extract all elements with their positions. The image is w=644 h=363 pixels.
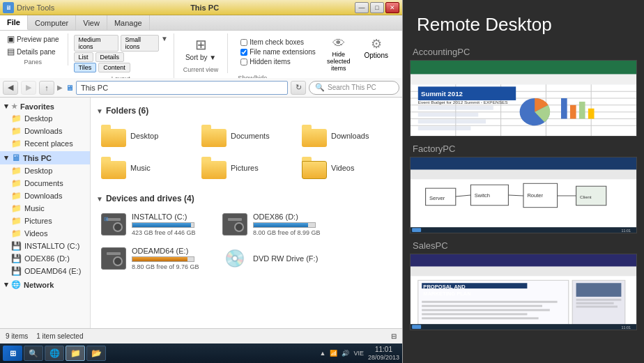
folders-section-header: ▼ Folders (6) xyxy=(96,106,397,116)
file-extensions-toggle[interactable]: File name extensions xyxy=(238,47,319,56)
start-button[interactable]: ⊞ xyxy=(3,346,22,361)
hidden-items-toggle[interactable]: Hidden items xyxy=(238,57,319,66)
taskbar-volume-icon: 🔊 xyxy=(342,350,349,357)
svg-rect-20 xyxy=(588,109,595,119)
drives-collapse-arrow[interactable]: ▼ xyxy=(96,195,103,203)
folder-music[interactable]: Music xyxy=(96,153,194,183)
file-extensions-input[interactable] xyxy=(240,49,247,56)
back-button[interactable]: ◀ xyxy=(3,81,18,95)
tiles-button[interactable]: Tiles xyxy=(74,63,97,72)
small-icons-button[interactable]: Small icons xyxy=(121,35,159,52)
up-button[interactable]: ↑ xyxy=(39,81,54,95)
medium-icons-button[interactable]: Medium icons xyxy=(74,35,118,52)
svg-rect-19 xyxy=(579,102,585,119)
drive-odex86-info: ODEX86 (D:) 8.00 GB free of 8.99 GB xyxy=(253,213,321,236)
preview-pane-button[interactable]: ▣ Preview pane xyxy=(4,33,62,45)
sort-by-button[interactable]: Sort by ▼ xyxy=(183,53,219,62)
item-checkboxes-toggle[interactable]: Item check boxes xyxy=(238,38,319,47)
sidebar-item-downloads[interactable]: 📁 Downloads xyxy=(0,125,90,137)
computer-icon: 🖥 xyxy=(11,153,20,163)
forward-button[interactable]: ▶ xyxy=(21,81,36,95)
hide-selected-button[interactable]: 👁 Hide selecteditems xyxy=(324,35,353,73)
sidebar-documents-label: Documents xyxy=(24,179,63,187)
svg-text:PROPOSAL AND: PROPOSAL AND xyxy=(423,284,465,290)
ribbon-content: ▣ Preview pane ▤ Details pane Panes Medi… xyxy=(0,31,402,78)
options-button[interactable]: ⚙ Options xyxy=(359,35,394,61)
sidebar-desktop-label: Desktop xyxy=(24,114,52,123)
rd-item-accounting[interactable]: AccountingPC Summit xyxy=(410,47,637,137)
list-button[interactable]: List xyxy=(74,52,93,62)
svg-text:MARKETING PLAN: MARKETING PLAN xyxy=(423,291,470,297)
main-content: ▾ ★ Favorites 📁 Desktop 📁 Downloads 📁 Re… xyxy=(0,98,402,328)
folder-icon: 📁 xyxy=(11,203,22,213)
drive-odeamd64[interactable]: ODEAMD64 (E:) 8.80 GB free of 9.76 GB xyxy=(96,242,215,275)
content-button[interactable]: Content xyxy=(98,63,130,72)
svg-text:11:01: 11:01 xyxy=(621,325,631,330)
thispc-expand-arrow: ▾ xyxy=(4,153,8,162)
details-button[interactable]: Details xyxy=(95,52,125,62)
refresh-button[interactable]: ↻ xyxy=(291,81,306,95)
folder-desktop[interactable]: Desktop xyxy=(96,121,194,150)
sidebar-desktop2-label: Desktop xyxy=(24,167,52,175)
sidebar-favorites-header[interactable]: ▾ ★ Favorites xyxy=(0,100,90,112)
taskbar-explorer-button[interactable]: 📁 xyxy=(66,346,85,361)
drive-odeamd64-space: 8.80 GB free of 9.76 GB xyxy=(132,263,199,270)
search-box[interactable]: 🔍 Search This PC xyxy=(309,81,399,95)
app-icon: 🖥 xyxy=(3,2,14,13)
view-icons-toggle[interactable]: ⊟ xyxy=(391,332,397,340)
sidebar-item-recent[interactable]: 📁 Recent places xyxy=(0,137,90,150)
sidebar-item-desktop[interactable]: 📁 Desktop xyxy=(0,112,90,125)
sidebar-item-odex86[interactable]: 💾 ODEX86 (D:) xyxy=(0,252,90,265)
drive-installto[interactable]: ⊞ INSTALLTO (C:) 423 GB free of 446 GB xyxy=(96,209,215,240)
taskbar-time: 11:01 xyxy=(368,345,399,354)
close-button[interactable]: ✕ xyxy=(385,2,399,13)
folder-downloads[interactable]: Downloads xyxy=(297,121,394,150)
svg-rect-1 xyxy=(411,61,636,75)
sidebar-item-installto[interactable]: 💾 INSTALLTO (C:) xyxy=(0,240,90,252)
sidebar-item-videos[interactable]: 📁 Videos xyxy=(0,227,90,240)
item-checkboxes-input[interactable] xyxy=(240,39,247,46)
drives-header-text: Devices and drives (4) xyxy=(106,194,194,203)
svg-rect-52 xyxy=(422,301,557,303)
taskbar-network-icon: 📶 xyxy=(330,350,337,357)
svg-rect-2 xyxy=(411,75,636,85)
sidebar-item-odeamd64[interactable]: 💾 ODEAMD64 (E:) xyxy=(0,265,90,277)
search-icon: 🔍 xyxy=(315,83,325,92)
rd-item-sales[interactable]: SalesPC PROPOSAL AND MARKETING PLAN xyxy=(410,240,637,330)
sidebar-music-label: Music xyxy=(24,204,45,213)
drive-odex86[interactable]: ODEX86 (D:) 8.00 GB free of 8.99 GB xyxy=(217,209,336,240)
svg-text:Summit 2012: Summit 2012 xyxy=(421,91,463,98)
folders-collapse-arrow[interactable]: ▼ xyxy=(96,107,103,115)
sidebar-item-documents[interactable]: 📁 Documents xyxy=(0,177,90,190)
hidden-items-input[interactable] xyxy=(240,59,247,65)
svg-rect-45 xyxy=(411,254,636,267)
taskbar-ie-button[interactable]: 🌐 xyxy=(45,346,64,361)
tab-computer[interactable]: Computer xyxy=(28,15,76,30)
drive-odeamd64-name: ODEAMD64 (E:) xyxy=(132,247,199,255)
taskbar-folder2-button[interactable]: 📂 xyxy=(86,346,106,361)
taskbar-date: 28/09/2013 xyxy=(368,354,399,362)
taskbar-clock[interactable]: 11:01 28/09/2013 xyxy=(368,345,399,362)
network-expand-arrow: ▾ xyxy=(4,280,8,289)
rd-item-factory[interactable]: FactoryPC Server Switch Router Client xyxy=(410,144,637,233)
sidebar-item-desktop2[interactable]: 📁 Desktop xyxy=(0,164,90,177)
drive-odeamd64-bar xyxy=(132,257,187,261)
svg-text:Event Budget for 2012 Summit -: Event Budget for 2012 Summit - EXPENSES xyxy=(418,100,508,105)
details-pane-button[interactable]: ▤ Details pane xyxy=(4,46,62,57)
address-path-display[interactable]: This PC xyxy=(76,81,288,95)
tab-file[interactable]: File xyxy=(0,15,28,30)
maximize-button[interactable]: □ xyxy=(370,2,384,13)
sidebar-thispc-header[interactable]: ▾ 🖥 This PC xyxy=(0,151,90,164)
sidebar-network-header[interactable]: ▾ 🌐 Network xyxy=(0,279,90,291)
sidebar-item-downloads2[interactable]: 📁 Downloads xyxy=(0,190,90,202)
tab-manage[interactable]: Manage xyxy=(107,15,150,30)
sidebar-item-music[interactable]: 📁 Music xyxy=(0,202,90,215)
sidebar-item-pictures[interactable]: 📁 Pictures xyxy=(0,215,90,227)
tab-view[interactable]: View xyxy=(76,15,107,30)
minimize-button[interactable]: — xyxy=(355,2,369,13)
folder-documents[interactable]: Documents xyxy=(197,121,294,150)
taskbar-search-button[interactable]: 🔍 xyxy=(24,346,43,361)
folder-videos[interactable]: Videos xyxy=(297,153,394,183)
folder-pictures[interactable]: Pictures xyxy=(197,153,294,183)
drive-dvd[interactable]: 💿 DVD RW Drive (F:) xyxy=(217,242,336,275)
